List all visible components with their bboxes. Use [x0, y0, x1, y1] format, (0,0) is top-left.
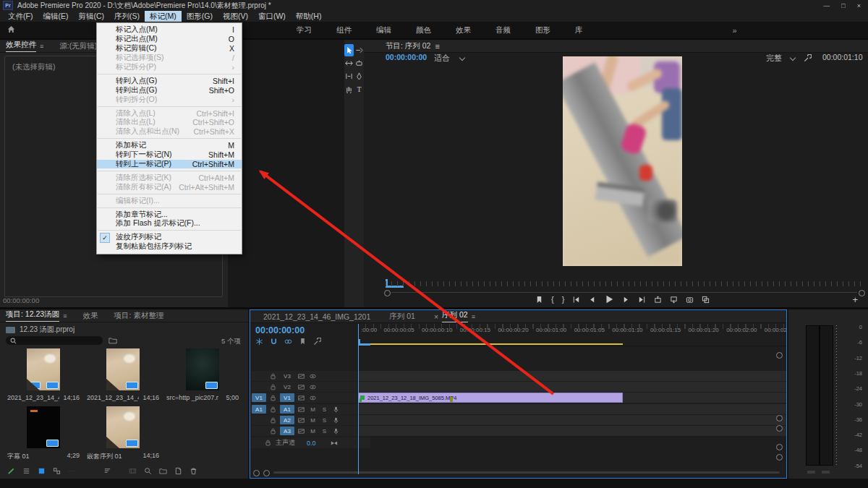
workspace-tab[interactable]: 音频 — [483, 23, 523, 38]
settings-wrench-icon[interactable] — [804, 54, 812, 62]
new-bin-icon[interactable] — [159, 467, 167, 475]
panel-menu-icon[interactable]: ≡ — [472, 313, 475, 320]
item-thumbnail[interactable] — [186, 348, 219, 390]
track-name-A3[interactable]: A3 — [280, 427, 294, 435]
eye-icon[interactable] — [308, 373, 318, 380]
timeline-settings-wrench-icon[interactable] — [313, 338, 321, 346]
menu-item[interactable]: 清除入点和出点(N)Ctrl+Shift+X — [97, 127, 242, 137]
scrollbar-knob[interactable] — [776, 425, 783, 432]
menubar-item[interactable]: 帮助(H) — [291, 11, 327, 22]
mute-button[interactable]: M — [308, 417, 318, 424]
zoom-level-dropdown[interactable]: 适合 — [434, 53, 464, 64]
lock-icon[interactable] — [268, 406, 278, 413]
timeline-timecode[interactable]: 00:00:00:00 — [255, 325, 305, 335]
razor-tool-icon[interactable] — [354, 57, 364, 69]
ripple-edit-tool-icon[interactable] — [344, 57, 354, 69]
new-item-icon[interactable] — [174, 467, 182, 475]
timeline-clip[interactable]: 2021_12_23_12_18_IMG_5085.MP4 — [358, 393, 623, 403]
step-forward-icon[interactable] — [622, 296, 630, 304]
track-name-V1[interactable]: V1 — [280, 393, 294, 402]
mark-in-icon[interactable]: { — [551, 295, 554, 304]
project-item[interactable]: 嵌套序列 0114;16 — [85, 406, 161, 461]
solo-button[interactable]: S — [320, 428, 329, 435]
list-view-icon[interactable] — [22, 467, 30, 475]
mic-icon[interactable] — [331, 406, 341, 413]
source-patch-V1[interactable]: V1 — [252, 393, 266, 402]
item-thumbnail[interactable] — [106, 348, 140, 390]
track-lane-A1[interactable] — [358, 404, 786, 415]
step-back-icon[interactable] — [588, 296, 596, 304]
sequence-tab[interactable]: 2021_12_23_14_46_IMG_1201 — [263, 312, 370, 321]
menu-item[interactable]: 转到出点(G)Shift+O — [97, 85, 242, 95]
minimize-button[interactable]: — — [823, 2, 830, 9]
item-thumbnail[interactable] — [27, 406, 60, 448]
track-lane-A3[interactable] — [358, 426, 786, 437]
mute-button[interactable]: M — [308, 428, 318, 435]
track-header-A1[interactable]: A1A1MS — [252, 404, 357, 414]
sync-lock-icon[interactable] — [297, 373, 306, 380]
freeform-view-icon[interactable] — [53, 467, 61, 475]
track-header-V1[interactable]: V1V1 — [252, 393, 357, 403]
sync-lock-icon[interactable] — [297, 395, 306, 401]
sync-lock-icon[interactable] — [297, 417, 306, 424]
mic-icon[interactable] — [331, 428, 341, 435]
scrollbar-knob[interactable] — [776, 415, 783, 421]
project-tab[interactable]: 效果 — [82, 311, 98, 321]
slip-tool-icon[interactable] — [344, 70, 354, 82]
mic-icon[interactable] — [331, 417, 341, 424]
track-header-A3[interactable]: A3MS — [252, 426, 357, 436]
program-scrubber[interactable] — [386, 281, 863, 286]
sort-icon[interactable] — [103, 467, 111, 475]
maximize-button[interactable]: □ — [841, 2, 845, 9]
workspace-tab[interactable]: 颜色 — [404, 23, 443, 38]
menu-item[interactable]: 清除所选标记(K)Ctrl+Alt+M — [97, 173, 242, 182]
workspace-tab[interactable]: 学习 — [284, 23, 324, 38]
play-button[interactable] — [604, 294, 614, 304]
zoom-slider[interactable] — [68, 467, 76, 475]
menu-item[interactable]: 添加章节标记... — [97, 210, 242, 219]
project-item[interactable]: 字幕 014;29 — [6, 406, 81, 461]
master-track-row[interactable]: 主声道 0.0 — [252, 437, 370, 448]
workspace-overflow-icon[interactable]: » — [733, 26, 737, 35]
lock-icon[interactable] — [265, 440, 271, 446]
add-marker-icon[interactable] — [535, 296, 543, 304]
menu-item[interactable]: 复制粘贴包括序列标记 — [97, 242, 242, 252]
scrubber-knob-left[interactable] — [384, 290, 391, 296]
search-input[interactable] — [20, 336, 95, 345]
menu-item[interactable]: 标记入点(M)I — [97, 25, 242, 35]
track-name-V3[interactable]: V3 — [280, 372, 294, 380]
menu-item[interactable]: 转到下一标记(N)Shift+M — [97, 150, 242, 160]
lock-icon[interactable] — [268, 373, 278, 380]
playhead[interactable] — [358, 324, 359, 474]
project-item[interactable]: src=http _pic207.nipic...5;00 — [165, 348, 240, 403]
panel-menu-icon[interactable]: ≡ — [40, 43, 43, 50]
go-to-out-icon[interactable] — [638, 296, 646, 304]
program-timecode[interactable]: 00:00:00:00 — [386, 53, 427, 61]
project-item[interactable]: 2021_12_23_14_46_...14;16 — [85, 348, 161, 403]
track-select-tool-icon[interactable] — [354, 44, 364, 56]
menu-item[interactable]: 标记拆分(P)› — [97, 63, 242, 72]
eye-icon[interactable] — [308, 395, 318, 401]
keyframe-toggle-icon[interactable] — [331, 440, 338, 446]
timeline-horizontal-scrollbar[interactable] — [253, 469, 783, 476]
timeline-vertical-scrollbar[interactable] — [776, 332, 782, 469]
panel-menu-icon[interactable]: ≡ — [435, 42, 439, 51]
track-lane-V3[interactable] — [358, 371, 786, 382]
button-editor-plus-icon[interactable]: + — [852, 294, 858, 305]
lift-icon[interactable] — [654, 296, 662, 304]
menu-item[interactable]: ✓波纹序列标记 — [97, 233, 242, 242]
nest-toggle-icon[interactable] — [255, 338, 263, 346]
snap-magnet-icon[interactable] — [270, 338, 278, 346]
lock-icon[interactable] — [268, 417, 278, 424]
source-patch-A1[interactable]: A1 — [252, 405, 266, 414]
mute-right-button[interactable] — [822, 471, 830, 474]
menubar-item[interactable]: 文件(F) — [3, 11, 38, 22]
menubar-item[interactable]: 标记(M) — [145, 11, 182, 22]
bin-navigate-icon[interactable] — [109, 337, 117, 346]
comparison-view-icon[interactable] — [702, 296, 710, 304]
selection-tool-icon[interactable] — [344, 44, 354, 56]
effects-tab[interactable]: 源:(无剪辑) — [59, 41, 97, 51]
extract-icon[interactable] — [670, 296, 678, 304]
menubar-item[interactable]: 图形(G) — [182, 11, 218, 22]
item-thumbnail[interactable] — [27, 348, 60, 390]
